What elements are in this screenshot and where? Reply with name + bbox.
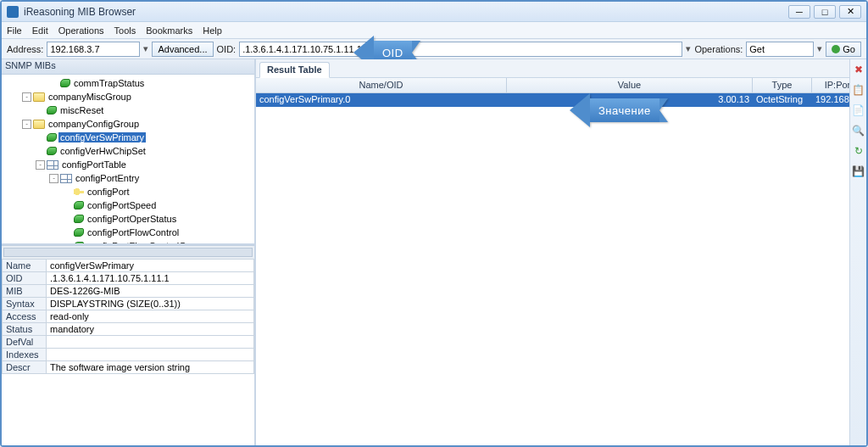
tree-node-label: configPortTable — [60, 159, 128, 170]
detail-key: Name — [3, 260, 47, 272]
detail-row: Statusmandatory — [3, 323, 254, 336]
tree-toggle-icon[interactable]: - — [36, 160, 45, 170]
tree-node[interactable]: commTrapStatus — [2, 76, 254, 90]
titlebar: iReasoning MIB Browser ─ □ ✕ — [2, 2, 866, 22]
detail-row: MIBDES-1226G-MIB — [3, 285, 254, 298]
detail-key: OID — [3, 272, 47, 285]
tree-node-label: configVerSwPrimary — [58, 132, 146, 142]
tree-node[interactable]: -companyMiscGroup — [2, 90, 254, 103]
detail-value: read-only — [47, 310, 254, 323]
mib-tree[interactable]: commTrapStatus-companyMiscGroupmiscReset… — [2, 75, 254, 245]
tree-node-label: configVerHwChipSet — [58, 146, 147, 156]
col-value[interactable]: Value — [507, 78, 753, 92]
tree-node[interactable]: -configPortTable — [2, 158, 254, 171]
operations-select[interactable] — [746, 42, 814, 57]
maximize-button[interactable]: □ — [814, 5, 836, 19]
left-panel: SNMP MIBs commTrapStatus-companyMiscGrou… — [2, 59, 256, 445]
detail-value: configVerSwPrimary — [47, 260, 254, 272]
detail-value — [47, 349, 254, 361]
tab-result-table[interactable]: Result Table — [259, 62, 330, 78]
address-input[interactable] — [47, 42, 140, 57]
col-type[interactable]: Type — [753, 78, 812, 92]
detail-value: mandatory — [47, 323, 254, 336]
go-button[interactable]: Go — [826, 42, 861, 57]
close-button[interactable]: ✕ — [839, 5, 861, 19]
tree-node-label: configPort — [86, 187, 131, 197]
leaf-g-icon — [47, 133, 57, 142]
tree-node[interactable]: -companyConfigGroup — [2, 117, 254, 131]
tree-node[interactable]: configPortSpeed — [2, 198, 254, 212]
menu-edit[interactable]: Edit — [32, 25, 48, 36]
detail-value: DISPLAYSTRING (SIZE(0..31)) — [47, 298, 254, 310]
menu-bookmarks[interactable]: Bookmarks — [146, 25, 192, 36]
detail-row: DescrThe software image version string — [3, 361, 254, 374]
detail-row: Accessread-only — [3, 310, 254, 323]
tree-toggle-icon[interactable]: - — [49, 174, 58, 183]
minimize-button[interactable]: ─ — [788, 5, 810, 19]
tree-node-label: miscReset — [58, 105, 105, 115]
search-icon[interactable]: 🔍 — [852, 124, 865, 137]
detail-panel: NameconfigVerSwPrimaryOID.1.3.6.1.4.1.17… — [2, 259, 254, 445]
leaf-g-icon — [47, 106, 57, 115]
table-icon — [60, 174, 72, 183]
leaf-g-icon — [47, 147, 57, 155]
export-icon[interactable]: 📄 — [852, 103, 865, 117]
folder-icon — [33, 120, 45, 129]
tree-node[interactable]: configPort — [2, 185, 254, 198]
tree-node[interactable]: configVerSwPrimary — [2, 131, 254, 144]
tree-node[interactable]: miscReset — [2, 103, 254, 117]
tree-node-label: configPortSpeed — [86, 200, 158, 210]
result-table-header: Name/OID Value Type IP:Port — [256, 78, 866, 93]
detail-table: NameconfigVerSwPrimaryOID.1.3.6.1.4.1.17… — [2, 259, 254, 374]
detail-value: The software image version string — [47, 361, 254, 374]
go-label: Go — [843, 44, 855, 54]
app-logo-icon — [7, 6, 19, 18]
right-panel: Result Table Name/OID Value Type IP:Port… — [256, 59, 866, 445]
leaf-g-icon — [74, 201, 84, 210]
tree-node[interactable]: configVerHwChipSet — [2, 144, 254, 158]
leaf-g-icon — [60, 79, 70, 87]
result-row[interactable]: configVerSwPrimary.03.00.13OctetString19… — [256, 93, 866, 107]
tree-hscrollbar[interactable] — [2, 245, 254, 259]
app-window: iReasoning MIB Browser ─ □ ✕ File Edit O… — [0, 0, 868, 447]
leaf-g-icon — [74, 242, 84, 245]
detail-key: Access — [3, 310, 47, 323]
detail-value: DES-1226G-MIB — [47, 285, 254, 298]
delete-icon[interactable]: ✖ — [852, 63, 865, 76]
detail-row: Indexes — [3, 349, 254, 361]
cell-value: 3.00.13 — [507, 93, 753, 107]
oid-input[interactable] — [239, 42, 682, 57]
refresh-icon[interactable]: ↻ — [852, 144, 865, 158]
detail-row: OID.1.3.6.1.4.1.171.10.75.1.11.1 — [3, 272, 254, 285]
leaf-g-icon — [74, 228, 84, 237]
detail-key: Indexes — [3, 349, 47, 361]
tree-toggle-icon[interactable]: - — [22, 92, 31, 102]
detail-row: SyntaxDISPLAYSTRING (SIZE(0..31)) — [3, 298, 254, 310]
detail-key: Status — [3, 323, 47, 336]
col-name[interactable]: Name/OID — [256, 78, 507, 92]
detail-row: DefVal — [3, 336, 254, 349]
menu-operations[interactable]: Operations — [58, 25, 104, 36]
operations-label: Operations: — [694, 44, 743, 54]
save-icon[interactable]: 💾 — [852, 165, 865, 178]
detail-key: MIB — [3, 285, 47, 298]
copy-icon[interactable]: 📋 — [852, 83, 865, 97]
result-tabbar: Result Table — [256, 59, 866, 78]
right-toolbar: ✖ 📋 📄 🔍 ↻ 💾 — [849, 59, 866, 445]
folder-icon — [33, 92, 45, 102]
tree-node[interactable]: configPortFlowControl — [2, 226, 254, 239]
oid-label: OID: — [217, 44, 236, 54]
tree-node-label: companyConfigGroup — [47, 119, 141, 129]
tree-node[interactable]: configPortFlowControlOper — [2, 239, 254, 245]
menubar: File Edit Operations Tools Bookmarks Hel… — [2, 22, 866, 39]
tree-toggle-icon[interactable]: - — [22, 120, 31, 129]
menu-file[interactable]: File — [7, 25, 22, 36]
tree-node[interactable]: -configPortEntry — [2, 171, 254, 185]
leaf-g-icon — [74, 215, 84, 223]
menu-help[interactable]: Help — [203, 25, 222, 36]
result-table-body[interactable]: configVerSwPrimary.03.00.13OctetString19… — [256, 93, 866, 445]
menu-tools[interactable]: Tools — [114, 25, 136, 36]
advanced-button[interactable]: Advanced... — [152, 42, 213, 57]
tree-node[interactable]: configPortOperStatus — [2, 212, 254, 226]
detail-key: DefVal — [3, 336, 47, 349]
